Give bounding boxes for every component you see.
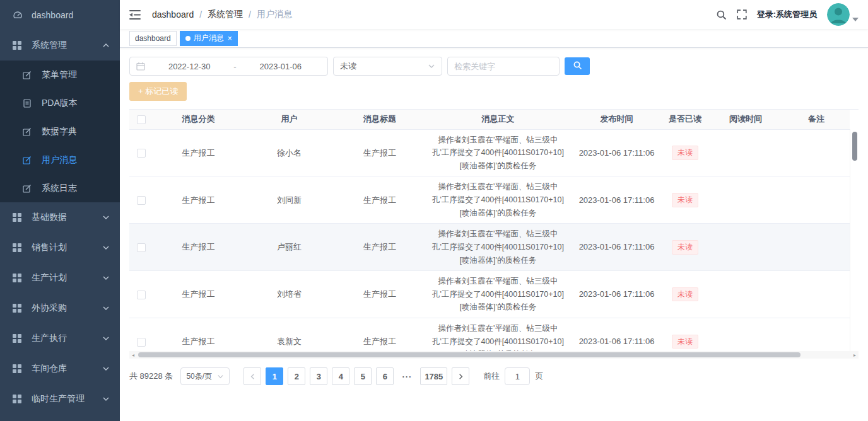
sidebar-item-pda-version[interactable]: PDA版本	[0, 89, 120, 117]
dashboard-icon	[13, 10, 26, 20]
cell-read-time	[708, 129, 783, 176]
cell-read-time	[708, 224, 783, 271]
total-count-label: 共 89228 条	[129, 371, 173, 382]
tab-dashboard[interactable]: dashboard	[129, 31, 177, 46]
column-header-read-status: 是否已读	[662, 110, 708, 129]
sidebar-item-data-dictionary[interactable]: 数据字典	[0, 117, 120, 146]
messages-table: 消息分类 用户 消息标题 消息正文 发布时间 是否已读 阅读时间 备注	[129, 109, 859, 351]
cell-category: 生产报工	[153, 318, 243, 352]
cell-category: 生产报工	[153, 176, 243, 224]
cell-title: 生产报工	[335, 271, 425, 318]
sidebar: dashboard 系统管理 菜单管理 PDA版本	[0, 0, 120, 421]
vertical-scrollbar-thumb[interactable]	[852, 132, 857, 161]
cell-publish-time: 2023-01-06 17:11:06	[572, 271, 662, 318]
sidebar-item-label: 生产执行	[32, 333, 102, 344]
collapse-sidebar-icon[interactable]	[129, 10, 146, 20]
edit-icon	[23, 71, 37, 79]
login-user-label: 登录:系统管理员	[757, 9, 817, 20]
main-area: dashboard / 系统管理 / 用户消息 登录:系统管理员	[120, 0, 868, 421]
cell-publish-time: 2023-01-06 17:11:06	[572, 224, 662, 271]
menu-grid-icon	[13, 304, 26, 313]
goto-page-input[interactable]	[505, 367, 530, 385]
cell-body: 操作者刘玉霞在'平端面、钻三级中孔'工序提交了400件[40011S0170+1…	[425, 129, 572, 176]
sidebar-item-menu-management[interactable]: 菜单管理	[0, 61, 120, 89]
row-checkbox[interactable]	[137, 338, 146, 347]
breadcrumb-item-current: 用户消息	[257, 9, 292, 20]
sidebar-item-dashboard[interactable]: dashboard	[0, 0, 120, 30]
cell-title: 生产报工	[335, 129, 425, 176]
sidebar-item-outsourcing-purchase[interactable]: 外协采购	[0, 293, 120, 323]
keyword-search-input[interactable]	[454, 62, 553, 71]
table-row[interactable]: 生产报工 徐小名 生产报工 操作者刘玉霞在'平端面、钻三级中孔'工序提交了400…	[129, 129, 850, 176]
scroll-right-arrow-icon[interactable]: ▸	[851, 351, 859, 359]
status-badge: 未读	[672, 287, 698, 302]
page-number-button[interactable]: 1	[266, 367, 283, 385]
menu-grid-icon	[13, 364, 26, 373]
horizontal-scrollbar[interactable]: ◂ ▸	[129, 351, 859, 359]
scroll-left-arrow-icon[interactable]: ◂	[129, 351, 137, 359]
dropdown-caret-icon	[852, 17, 859, 22]
select-all-checkbox[interactable]	[137, 115, 146, 124]
sidebar-item-label: 销售计划	[32, 242, 102, 253]
sidebar-item-production-execution[interactable]: 生产执行	[0, 323, 120, 354]
header-checkbox-cell	[129, 110, 153, 129]
sidebar-item-label: 车间仓库	[32, 363, 102, 374]
prev-page-button[interactable]	[243, 367, 261, 385]
pager-ellipsis[interactable]: ···	[398, 367, 416, 385]
navbar-right: 登录:系统管理员	[716, 3, 859, 26]
cell-title: 生产报工	[335, 318, 425, 352]
row-checkbox[interactable]	[137, 243, 146, 252]
tab-label: 用户消息	[194, 33, 224, 43]
fullscreen-icon[interactable]	[737, 9, 747, 20]
last-page-button[interactable]: 1785	[420, 367, 447, 385]
sidebar-item-temp-production-management[interactable]: 临时生产管理	[0, 384, 120, 414]
sidebar-item-basic-data[interactable]: 基础数据	[0, 202, 120, 233]
table-row[interactable]: 生产报工 袁新文 生产报工 操作者刘玉霞在'平端面、钻三级中孔'工序提交了400…	[129, 318, 850, 352]
sidebar-item-user-messages[interactable]: 用户消息	[0, 146, 120, 174]
row-checkbox[interactable]	[137, 291, 146, 299]
tab-close-icon[interactable]: ×	[228, 35, 232, 42]
row-checkbox[interactable]	[137, 196, 146, 205]
search-icon[interactable]	[716, 9, 727, 20]
date-range-picker[interactable]: 2022-12-30 - 2023-01-06	[129, 57, 328, 76]
sidebar-item-system-management[interactable]: 系统管理	[0, 30, 120, 61]
sidebar-item-production-plan[interactable]: 生产计划	[0, 263, 120, 293]
chevron-down-icon	[102, 244, 110, 251]
app-root: dashboard 系统管理 菜单管理 PDA版本	[0, 0, 868, 421]
page-number-button[interactable]: 2	[288, 367, 305, 385]
column-header-body: 消息正文	[425, 110, 572, 129]
tab-user-messages[interactable]: 用户消息 ×	[180, 31, 238, 46]
page-number-button[interactable]: 4	[332, 367, 349, 385]
page-number-button[interactable]: 6	[376, 367, 394, 385]
sidebar-item-system-logs[interactable]: 系统日志	[0, 174, 120, 202]
table-row[interactable]: 生产报工 卢丽红 生产报工 操作者刘玉霞在'平端面、钻三级中孔'工序提交了400…	[129, 224, 850, 271]
search-button[interactable]	[565, 57, 590, 75]
horizontal-scrollbar-thumb[interactable]	[138, 352, 801, 357]
table-row[interactable]: 生产报工 刘同新 生产报工 操作者刘玉霞在'平端面、钻三级中孔'工序提交了400…	[129, 176, 850, 224]
avatar[interactable]	[827, 3, 850, 26]
sidebar-item-sales-plan[interactable]: 销售计划	[0, 233, 120, 263]
date-end-value: 2023-01-06	[240, 62, 321, 71]
mark-read-button[interactable]: + 标记已读	[129, 82, 187, 101]
table-row[interactable]: 生产报工 刘培省 生产报工 操作者刘玉霞在'平端面、钻三级中孔'工序提交了400…	[129, 271, 850, 318]
page-number-button[interactable]: 5	[354, 367, 372, 385]
cell-read-time	[708, 318, 783, 352]
vertical-scrollbar[interactable]	[850, 129, 859, 351]
row-checkbox[interactable]	[137, 149, 146, 158]
cell-body: 操作者刘玉霞在'平端面、钻三级中孔'工序提交了400件[40011S0170+1…	[425, 176, 572, 224]
cell-publish-time: 2023-01-06 17:11:06	[572, 176, 662, 224]
sidebar-item-workshop-warehouse[interactable]: 车间仓库	[0, 354, 120, 384]
page-size-value: 50条/页	[186, 371, 212, 382]
breadcrumb-item[interactable]: dashboard	[152, 9, 194, 20]
sidebar-item-label: dashboard	[32, 10, 110, 20]
tags-bar: dashboard 用户消息 ×	[120, 29, 868, 48]
sidebar-item-label: 临时生产管理	[32, 393, 102, 405]
page-size-select[interactable]: 50条/页	[180, 367, 230, 385]
breadcrumb: dashboard / 系统管理 / 用户消息	[152, 9, 292, 20]
next-page-button[interactable]	[452, 367, 469, 385]
user-menu[interactable]	[827, 3, 859, 26]
page-number-button[interactable]: 3	[310, 367, 327, 385]
breadcrumb-item[interactable]: 系统管理	[208, 9, 243, 20]
read-status-select[interactable]: 未读	[333, 57, 442, 76]
menu-grid-icon	[13, 41, 26, 50]
